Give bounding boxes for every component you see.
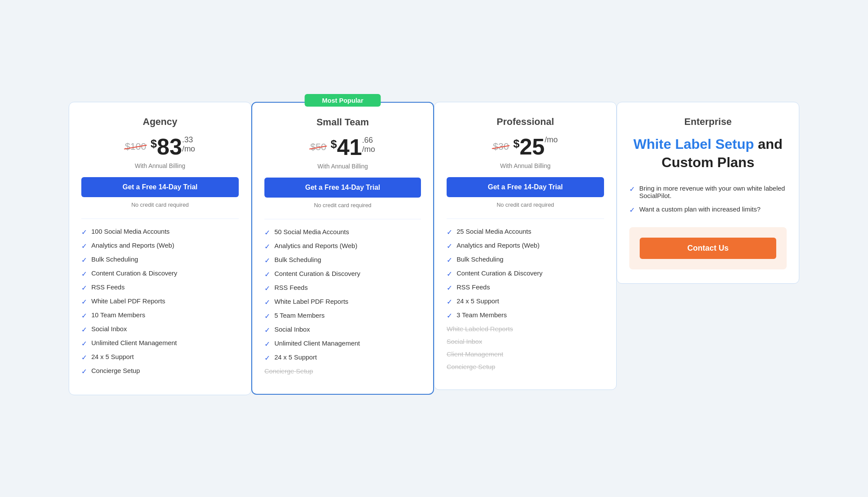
feature-text: 3 Team Members xyxy=(457,311,507,319)
dollar-small-team: $ xyxy=(331,138,337,151)
feature-text: Client Management xyxy=(447,350,503,358)
check-icon: ✓ xyxy=(264,284,270,292)
check-icon: ✓ xyxy=(447,312,452,320)
amount-small-team: 41 xyxy=(337,136,362,158)
feature-small-team-9: ✓24 x 5 Support xyxy=(264,353,421,362)
feature-text: Concierge Setup xyxy=(91,367,140,374)
feature-text: White Label PDF Reports xyxy=(274,298,348,305)
check-icon: ✓ xyxy=(447,256,452,264)
feature-text: White Labeled Reports xyxy=(447,325,513,332)
feature-small-team-5: ✓White Label PDF Reports xyxy=(264,298,421,306)
trial-button-professional[interactable]: Get a Free 14-Day Trial xyxy=(447,177,604,197)
period-professional: /mo xyxy=(545,135,558,144)
feature-pro-10: Concierge Setup xyxy=(447,363,604,370)
feature-text: Content Curation & Discovery xyxy=(274,270,361,277)
check-icon: ✓ xyxy=(264,354,270,362)
feature-small-team-2: ✓Bulk Scheduling xyxy=(264,256,421,265)
check-icon: ✓ xyxy=(81,312,87,320)
price-row-agency: $100 $ 83 .33 /mo xyxy=(81,135,239,158)
plan-name-agency: Agency xyxy=(81,116,239,128)
check-icon: ✓ xyxy=(447,228,452,236)
check-icon: ✓ xyxy=(81,228,87,236)
plan-card-agency: Agency $100 $ 83 .33 /mo With Annual Bil… xyxy=(69,102,251,395)
feature-agency-6: ✓10 Team Members xyxy=(81,311,239,320)
contact-section: Contact Us xyxy=(629,227,787,269)
feature-small-team-0: ✓50 Social Media Accounts xyxy=(264,228,421,237)
feature-pro-5: ✓24 x 5 Support xyxy=(447,297,604,306)
no-credit-small-team: No credit card required xyxy=(264,202,421,208)
feature-pro-7: White Labeled Reports xyxy=(447,325,604,332)
check-icon: ✓ xyxy=(81,367,87,376)
feature-text: Social Inbox xyxy=(447,338,482,345)
check-icon: ✓ xyxy=(447,298,452,306)
period-agency: /mo xyxy=(182,144,195,154)
enterprise-headline: White Label Setup and Custom Plans xyxy=(629,135,787,171)
feature-agency-3: ✓Content Curation & Discovery xyxy=(81,269,239,278)
plan-card-enterprise: Enterprise White Label Setup and Custom … xyxy=(617,102,799,284)
trial-button-agency[interactable]: Get a Free 14-Day Trial xyxy=(81,177,239,197)
original-price-small-team: $50 xyxy=(310,141,326,153)
cents-agency: .33 xyxy=(182,135,195,144)
plan-name-professional: Professional xyxy=(447,116,604,128)
feature-text: 10 Team Members xyxy=(91,311,145,319)
feature-text: Concierge Setup xyxy=(447,363,495,370)
feature-text: Analytics and Reports (Web) xyxy=(91,242,174,249)
feature-pro-9: Client Management xyxy=(447,350,604,358)
check-icon: ✓ xyxy=(81,353,87,362)
feature-pro-2: ✓Bulk Scheduling xyxy=(447,255,604,264)
check-icon: ✓ xyxy=(81,326,87,334)
feature-text: Analytics and Reports (Web) xyxy=(457,242,540,249)
strikethrough-agency: $100 xyxy=(125,141,146,152)
check-icon: ✓ xyxy=(264,298,270,306)
feature-agency-4: ✓RSS Feeds xyxy=(81,283,239,292)
amount-agency: 83 xyxy=(157,135,182,158)
enterprise-feature-1: ✓ Want a custom plan with increased limi… xyxy=(629,205,787,214)
dollar-agency: $ xyxy=(150,137,157,151)
check-icon: ✓ xyxy=(629,185,635,193)
feature-pro-6: ✓3 Team Members xyxy=(447,311,604,320)
sale-price-professional: $ 25 /mo xyxy=(513,135,558,158)
plan-name-small-team: Small Team xyxy=(264,117,421,128)
features-divider-professional xyxy=(447,218,604,219)
features-divider-small-team xyxy=(264,219,421,219)
feature-pro-8: Social Inbox xyxy=(447,338,604,345)
cents-period-agency: .33 /mo xyxy=(182,135,195,155)
enterprise-feature-text-0: Bring in more revenue with your own whit… xyxy=(639,185,787,199)
feature-small-team-8: ✓Unlimited Client Management xyxy=(264,339,421,348)
feature-agency-2: ✓Bulk Scheduling xyxy=(81,255,239,264)
check-icon: ✓ xyxy=(81,298,87,306)
feature-text: Concierge Setup xyxy=(264,367,313,375)
feature-text: RSS Feeds xyxy=(274,284,308,291)
feature-text: RSS Feeds xyxy=(457,283,490,291)
billing-note-small-team: With Annual Billing xyxy=(264,163,421,170)
feature-text: Content Curation & Discovery xyxy=(457,269,543,277)
feature-text: 24 x 5 Support xyxy=(91,353,134,360)
feature-small-team-1: ✓Analytics and Reports (Web) xyxy=(264,242,421,251)
feature-text: 50 Social Media Accounts xyxy=(274,228,349,235)
check-icon: ✓ xyxy=(81,284,87,292)
plans-container: Agency $100 $ 83 .33 /mo With Annual Bil… xyxy=(43,102,825,395)
features-list-professional: ✓25 Social Media Accounts ✓Analytics and… xyxy=(447,228,604,370)
feature-text: Unlimited Client Management xyxy=(274,339,360,347)
check-icon: ✓ xyxy=(264,326,270,334)
trial-button-small-team[interactable]: Get a Free 14-Day Trial xyxy=(264,178,421,198)
feature-text: Analytics and Reports (Web) xyxy=(274,242,357,249)
check-icon: ✓ xyxy=(447,270,452,278)
feature-text: Unlimited Client Management xyxy=(91,339,177,346)
feature-pro-1: ✓Analytics and Reports (Web) xyxy=(447,242,604,250)
contact-us-button[interactable]: Contact Us xyxy=(640,238,776,259)
check-icon: ✓ xyxy=(447,242,452,250)
enterprise-title: Enterprise xyxy=(629,116,787,128)
feature-text: Social Inbox xyxy=(274,326,310,333)
check-icon: ✓ xyxy=(447,284,452,292)
feature-agency-8: ✓Unlimited Client Management xyxy=(81,339,239,348)
feature-text: Social Inbox xyxy=(91,325,127,332)
enterprise-headline-blue: White Label Setup xyxy=(633,136,754,152)
no-credit-professional: No credit card required xyxy=(447,201,604,208)
feature-text: RSS Feeds xyxy=(91,283,125,291)
check-icon: ✓ xyxy=(264,270,270,279)
feature-text: Content Curation & Discovery xyxy=(91,269,177,277)
feature-text: Bulk Scheduling xyxy=(91,255,138,263)
pricing-page: Agency $100 $ 83 .33 /mo With Annual Bil… xyxy=(43,102,825,395)
check-icon: ✓ xyxy=(264,312,270,320)
